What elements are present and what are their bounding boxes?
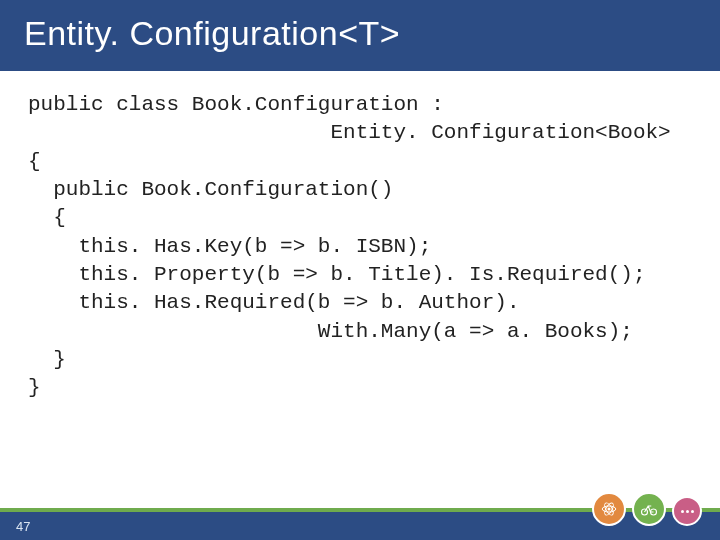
badge-group xyxy=(592,492,702,526)
bike-icon xyxy=(632,492,666,526)
chat-icon xyxy=(672,496,702,526)
code-snippet: public class Book.Configuration : Entity… xyxy=(0,71,720,403)
svg-point-0 xyxy=(608,508,611,511)
slide-number: 47 xyxy=(16,519,30,534)
slide-title: Entity. Configuration<T> xyxy=(0,0,720,71)
atom-icon xyxy=(592,492,626,526)
slide: Entity. Configuration<T> public class Bo… xyxy=(0,0,720,540)
